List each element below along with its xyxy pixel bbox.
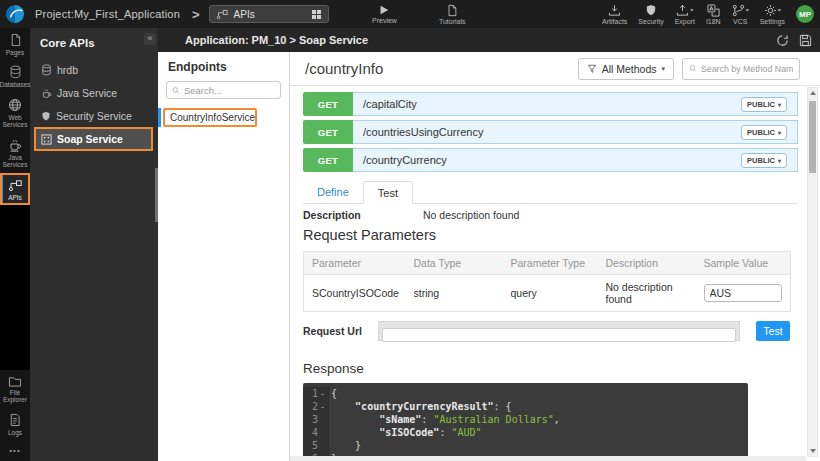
shield-icon [645,4,657,17]
request-parameters-table: Parameter Data Type Parameter Type Descr… [303,251,791,312]
sidebar-item-label: Databases [0,81,31,88]
security-button[interactable]: Security [638,4,663,25]
sidebar-item-file-explorer[interactable]: File Explorer [0,370,30,408]
line-number: 4 [303,426,318,439]
shield-icon [41,111,51,122]
endpoints-title: Endpoints [158,52,289,81]
collapse-panel-icon[interactable]: « [144,33,156,45]
core-api-item-soap-service[interactable]: Soap Service [36,129,151,149]
scroll-down-arrow-icon[interactable] [808,446,817,456]
access-label: PUBLIC [747,100,775,109]
operation-row-countrycurrency[interactable]: GET /countryCurrency PUBLIC ▾ [303,148,798,172]
branch-icon [732,4,745,17]
sidebar-item-logs[interactable]: Logs [0,408,30,440]
methods-filter-dropdown[interactable]: All Methods ▾ [578,58,674,80]
preview-button[interactable]: Preview [372,4,397,24]
method-search-input[interactable] [701,64,793,74]
vertical-scrollbar[interactable] [807,87,818,457]
project-name[interactable]: Project:My_First_Application [35,8,180,20]
topbar-right: Artifacts Security ▾ Export [602,0,814,28]
core-apis-panel: Core APIs « hrdb Java Service [30,28,158,461]
endpoint-item-label-box: CountryInfoService [163,108,257,127]
selected-indicator-bar [158,108,161,127]
sample-value-input[interactable] [704,284,782,302]
page-icon [9,33,22,47]
gear-icon [764,4,777,17]
workspace-tab-apis[interactable]: APIs [209,5,329,23]
search-icon [172,86,180,95]
caret-down-icon: ▾ [746,7,749,13]
operation-body: /countryCurrency PUBLIC ▾ [353,148,798,172]
sidebar-item-apis[interactable]: APIs [0,173,30,205]
operation-row-countriesusingcurrency[interactable]: GET /countriesUsingCurrency PUBLIC ▾ [303,120,798,144]
service-header: /countryInfo All Methods ▾ [290,52,820,86]
scrollbar-thumb[interactable] [809,101,816,173]
caret-down-icon: ▾ [778,7,781,13]
horizontal-scrollbar-track[interactable] [290,456,806,461]
description-value: No description found [423,209,519,221]
access-dropdown[interactable]: PUBLIC ▾ [741,125,787,140]
core-panel-scrollbar-thumb[interactable] [155,168,158,222]
more-options-icon[interactable]: ••• [0,440,30,459]
fold-marker-icon[interactable]: - [318,387,327,400]
wavemaker-logo-icon[interactable] [5,4,25,24]
access-dropdown[interactable]: PUBLIC ▾ [741,153,787,168]
scroll-up-arrow-icon[interactable] [808,88,817,98]
column-header-description: Description [598,252,696,275]
topbar-left: Project:My_First_Application > APIs [0,0,329,28]
operation-row-capitalcity[interactable]: GET /capitalCity PUBLIC ▾ [303,92,798,116]
endpoints-search-input[interactable] [184,85,275,96]
topbar: Project:My_First_Application > APIs Prev… [0,0,820,28]
core-api-item-java-service[interactable]: Java Service [36,83,151,103]
code-line: 1- { [303,387,748,400]
tab-test[interactable]: Test [363,181,413,204]
i18n-button[interactable]: I18N [706,4,721,25]
tab-define[interactable]: Define [303,181,363,203]
core-api-item-security-service[interactable]: Security Service [36,106,151,126]
access-dropdown[interactable]: PUBLIC ▾ [741,97,787,112]
method-badge: GET [303,148,353,172]
coffee-icon [41,88,52,99]
document-icon [446,4,458,17]
settings-button[interactable]: ▾ Settings [760,4,785,25]
left-rail: Pages Databases Web Services [0,28,30,461]
sidebar-item-label: Pages [6,49,24,56]
core-api-item-label: Security Service [56,110,132,122]
request-url-row: Request Url Test [303,321,790,341]
application-header-bar: Application: PM_10 > Soap Service [158,28,820,52]
vcs-button[interactable]: ▾ VCS [732,4,749,25]
settings-label: Settings [760,18,785,25]
user-avatar[interactable]: MP [796,5,814,23]
log-file-icon [9,413,21,427]
test-button[interactable]: Test [756,321,790,341]
fold-marker-icon[interactable]: - [318,400,327,413]
endpoint-item-countryinfoservice[interactable]: CountryInfoService [158,108,289,127]
column-header-data-type: Data Type [406,252,503,275]
response-code-editor[interactable]: 1- { 2- "countryCurrencyResult": { 3 "sN… [303,383,748,456]
service-title: /countryInfo [305,60,578,77]
export-button[interactable]: ▾ Export [675,4,695,25]
request-url-input[interactable] [382,328,736,342]
api-node-icon [216,8,228,20]
sidebar-item-databases[interactable]: Databases [0,60,30,92]
tutorials-button[interactable]: Tutorials [439,4,466,25]
cell-parameter-type: query [503,275,598,312]
cell-data-type: string [406,275,503,312]
refresh-icon[interactable] [776,34,789,47]
sidebar-item-web-services[interactable]: Web Services [0,93,30,133]
save-icon[interactable] [799,34,812,47]
line-number: 3 [303,413,318,426]
caret-down-icon: ▾ [778,129,781,136]
sidebar-item-pages[interactable]: Pages [0,28,30,60]
cell-description: No description found [598,275,696,312]
sidebar-item-java-services[interactable]: Java Services [0,133,30,173]
artifacts-button[interactable]: Artifacts [602,4,627,25]
method-badge: GET [303,92,353,116]
app-window: Project:My_First_Application > APIs Prev… [0,0,820,461]
core-api-item-hrdb[interactable]: hrdb [36,60,151,80]
response-heading: Response [303,361,798,376]
cell-parameter: SCountryISOCode [304,275,406,312]
core-apis-list: hrdb Java Service Security Service [30,56,158,149]
apps-grid-icon[interactable] [311,9,322,20]
coffee-icon [8,138,22,152]
